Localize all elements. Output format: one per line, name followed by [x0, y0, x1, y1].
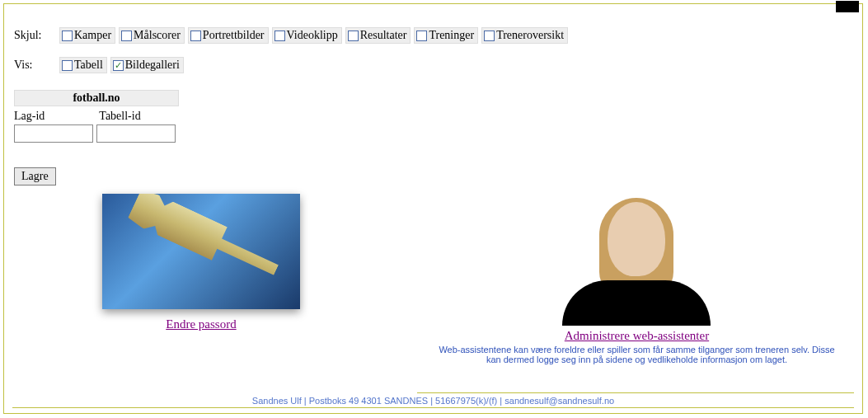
- checkbox-label: Treninger: [429, 29, 474, 42]
- checkbox-label: Kamper: [74, 29, 111, 42]
- checkbox-label: Treneroversikt: [496, 29, 564, 42]
- footer-org: Sandnes Ulf: [252, 396, 302, 406]
- checkbox-icon[interactable]: [348, 31, 359, 41]
- tabell-id-input[interactable]: [96, 124, 176, 143]
- checkbox-icon[interactable]: [190, 31, 201, 41]
- checkbox-label: Bildegalleri: [125, 59, 180, 72]
- checkbox-icon[interactable]: [62, 31, 73, 41]
- skjul-option-resultater[interactable]: Resultater: [345, 27, 411, 44]
- skjul-option-videoklipp[interactable]: Videoklipp: [272, 27, 342, 44]
- checkbox-label: Resultater: [360, 29, 407, 42]
- skjul-option-treninger[interactable]: Treninger: [414, 27, 478, 44]
- skjul-option-kamper[interactable]: Kamper: [59, 27, 115, 44]
- skjul-option-portrettbilder[interactable]: Portrettbilder: [188, 27, 269, 44]
- lag-id-label: Lag-id: [14, 110, 45, 123]
- skjul-option-treneroversikt[interactable]: Treneroversikt: [481, 27, 568, 44]
- save-button[interactable]: Lagre: [14, 167, 56, 186]
- vis-label: Vis:: [14, 59, 59, 72]
- key-security-illustration: [102, 194, 300, 309]
- vis-checkbox-list: Tabell✓Bildegalleri: [59, 57, 184, 73]
- skjul-option-målscorer[interactable]: Målscorer: [119, 27, 185, 44]
- checkbox-label: Portrettbilder: [203, 29, 265, 42]
- top-corner-block: [836, 1, 859, 12]
- vis-option-bildegalleri[interactable]: ✓Bildegalleri: [110, 57, 184, 73]
- checkbox-label: Videoklipp: [287, 29, 338, 42]
- checkbox-icon[interactable]: ✓: [113, 60, 124, 71]
- checkbox-icon[interactable]: [416, 31, 427, 41]
- checkbox-icon[interactable]: [62, 60, 73, 71]
- checkbox-label: Tabell: [74, 59, 103, 72]
- footer-address: Postboks 49 4301 SANDNES: [309, 396, 428, 406]
- tabell-id-label: Tabell-id: [99, 110, 140, 123]
- footer-email-link[interactable]: sandnesulf@sandnesulf.no: [504, 396, 614, 406]
- footer-phone: 51667975(k)/(f): [435, 396, 497, 406]
- checkbox-icon[interactable]: [484, 31, 495, 41]
- checkbox-icon[interactable]: [274, 31, 285, 41]
- change-password-link[interactable]: Endre passord: [166, 317, 236, 331]
- skjul-label: Skjul:: [14, 29, 59, 42]
- lag-id-input[interactable]: [14, 124, 93, 143]
- footer: Sandnes Ulf | Postboks 49 4301 SANDNES |…: [12, 396, 854, 408]
- assistants-description: Web-assistentene kan være foreldre eller…: [421, 345, 852, 364]
- manage-web-assistants-link[interactable]: Administrere web-assistenter: [565, 329, 709, 342]
- vis-option-tabell[interactable]: Tabell: [59, 57, 107, 73]
- assistant-person-illustration: [554, 194, 719, 326]
- fotball-header: fotball.no: [14, 90, 179, 106]
- checkbox-icon[interactable]: [121, 31, 132, 41]
- checkbox-label: Målscorer: [134, 29, 181, 42]
- skjul-checkbox-list: KamperMålscorerPortrettbilderVideoklippR…: [59, 27, 568, 44]
